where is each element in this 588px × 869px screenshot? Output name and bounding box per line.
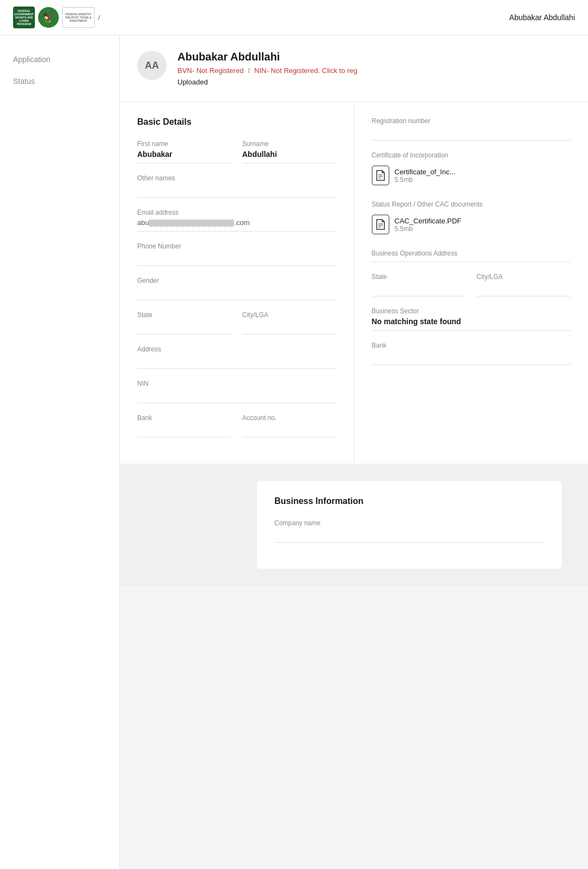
- biz-sector-label: Business Sector: [372, 307, 571, 315]
- company-name-group: Company name: [274, 519, 544, 543]
- business-info-wrapper: Business Information Company name: [240, 481, 588, 569]
- account-label: Account no.: [242, 414, 336, 422]
- biz-state-city-row: State City/LGA: [372, 273, 571, 307]
- sidebar: Application Status: [0, 35, 120, 869]
- other-names-value: [137, 184, 336, 198]
- state-value: [137, 321, 231, 335]
- company-name-label: Company name: [274, 519, 544, 527]
- first-name-group: First name Abubakar: [137, 140, 231, 163]
- basic-details-title: Basic Details: [137, 117, 336, 127]
- status-divider: I: [248, 66, 250, 75]
- first-name-label: First name: [137, 140, 231, 148]
- bank-value: [137, 424, 231, 437]
- nin-label: NIN: [137, 380, 336, 387]
- sidebar-item-application[interactable]: Application: [0, 48, 119, 70]
- nin-status[interactable]: NIN- Not Registered. Click to reg: [254, 66, 357, 75]
- city-value: [242, 321, 336, 335]
- profile-status-row: BVN- Not Registered I NIN- Not Registere…: [177, 66, 571, 75]
- bvn-status[interactable]: BVN- Not Registered: [177, 66, 243, 75]
- biz-ops-address-divider: [372, 262, 571, 262]
- profile-name: Abubakar Abdullahi: [177, 51, 571, 63]
- cert-inc-file[interactable]: Certificate_of_Inc... 5.5mb: [372, 161, 571, 190]
- biz-sector-group: Business Sector No matching state found: [372, 307, 571, 331]
- nin-group: NIN: [137, 380, 336, 403]
- cert-inc-file-name: Certificate_of_Inc...: [395, 168, 456, 176]
- header-username: Abubakar Abdullahi: [509, 13, 575, 22]
- gender-group: Gender: [137, 277, 336, 300]
- status-report-group: Status Report / Other CAC documents: [372, 200, 571, 239]
- city-label: City/LGA: [242, 311, 336, 319]
- breadcrumb: /: [98, 14, 100, 22]
- biz-city-value: [476, 283, 571, 296]
- logo-icon-1: FEDERAL GOVERNMENT GRANTS AND LOANS PROG…: [13, 7, 35, 28]
- main-content: AA Abubakar Abdullahi BVN- Not Registere…: [120, 35, 588, 869]
- bank-group: Bank: [137, 414, 231, 437]
- address-label: Address: [137, 345, 336, 353]
- state-group: State: [137, 311, 231, 335]
- logo-icon-3: FEDERAL MINISTRY INDUSTRY TRADE & INVEST…: [62, 7, 95, 28]
- bank-account-row: Bank Account no.: [137, 414, 336, 448]
- profile-info: Abubakar Abdullahi BVN- Not Registered I…: [177, 51, 571, 86]
- address-group: Address: [137, 345, 336, 369]
- cert-inc-file-size: 5.5mb: [395, 176, 456, 184]
- biz-ops-address-group: Business Operations Address: [372, 250, 571, 262]
- bottom-area: Business Information Company name: [120, 464, 588, 586]
- business-info-card: Business Information Company name: [257, 481, 562, 569]
- sidebar-item-status[interactable]: Status: [0, 70, 119, 92]
- surname-value: Abdullahi: [242, 150, 336, 163]
- biz-bank-label: Bank: [372, 342, 571, 349]
- biz-state-group: State: [372, 273, 466, 296]
- status-report-file-name: CAC_Certificate.PDF: [395, 217, 462, 225]
- cert-inc-label: Certificate of Incorporation: [372, 151, 571, 159]
- address-value: [137, 355, 336, 369]
- phone-value: [137, 252, 336, 266]
- other-names-group: Other names: [137, 174, 336, 198]
- state-label: State: [137, 311, 231, 319]
- surname-group: Surname Abdullahi: [242, 140, 336, 163]
- gender-value: [137, 287, 336, 300]
- biz-bank-value: [372, 351, 571, 365]
- biz-city-label: City/LGA: [476, 273, 571, 281]
- account-value: [242, 424, 336, 437]
- reg-number-label: Registration number: [372, 117, 571, 125]
- email-label: Email address: [137, 209, 336, 216]
- nin-value: [137, 390, 336, 403]
- first-name-value: Abubakar: [137, 150, 231, 163]
- logo-icon-2: 🦅: [38, 7, 59, 28]
- status-report-label: Status Report / Other CAC documents: [372, 200, 571, 208]
- profile-card: AA Abubakar Abdullahi BVN- Not Registere…: [120, 35, 588, 102]
- phone-group: Phone Number: [137, 242, 336, 266]
- logo-area: FEDERAL GOVERNMENT GRANTS AND LOANS PROG…: [13, 7, 100, 28]
- cert-inc-file-icon: [372, 166, 389, 185]
- doc-status: Uploaded: [177, 78, 571, 86]
- reg-number-value: [372, 127, 571, 141]
- biz-sector-value: No matching state found: [372, 317, 571, 326]
- bank-label: Bank: [137, 414, 231, 422]
- city-group: City/LGA: [242, 311, 336, 335]
- biz-city-group: City/LGA: [476, 273, 571, 296]
- avatar: AA: [137, 51, 167, 80]
- other-names-label: Other names: [137, 174, 336, 182]
- phone-label: Phone Number: [137, 242, 336, 250]
- gender-label: Gender: [137, 277, 336, 284]
- biz-state-label: State: [372, 273, 466, 281]
- email-value: abu████████████████.com: [137, 218, 336, 232]
- company-name-value: [274, 529, 544, 543]
- basic-details-section: Basic Details First name Abubakar Surnam…: [120, 102, 354, 464]
- biz-state-value: [372, 283, 466, 296]
- surname-label: Surname: [242, 140, 336, 148]
- biz-bank-group: Bank: [372, 342, 571, 365]
- header: FEDERAL GOVERNMENT GRANTS AND LOANS PROG…: [0, 0, 588, 35]
- status-report-file-size: 5.5mb: [395, 225, 462, 233]
- page-layout: Application Status AA Abubakar Abdullahi…: [0, 35, 588, 869]
- account-group: Account no.: [242, 414, 336, 437]
- status-report-file[interactable]: CAC_Certificate.PDF 5.5mb: [372, 210, 571, 239]
- form-area: Basic Details First name Abubakar Surnam…: [120, 102, 588, 464]
- business-details-section: Registration number Certificate of Incor…: [354, 102, 589, 464]
- name-row: First name Abubakar Surname Abdullahi: [137, 140, 336, 174]
- cert-inc-group: Certificate of Incorporation: [372, 151, 571, 190]
- state-city-row: State City/LGA: [137, 311, 336, 345]
- status-report-file-info: CAC_Certificate.PDF 5.5mb: [395, 217, 462, 233]
- cert-inc-file-info: Certificate_of_Inc... 5.5mb: [395, 168, 456, 184]
- status-report-file-icon: [372, 215, 389, 234]
